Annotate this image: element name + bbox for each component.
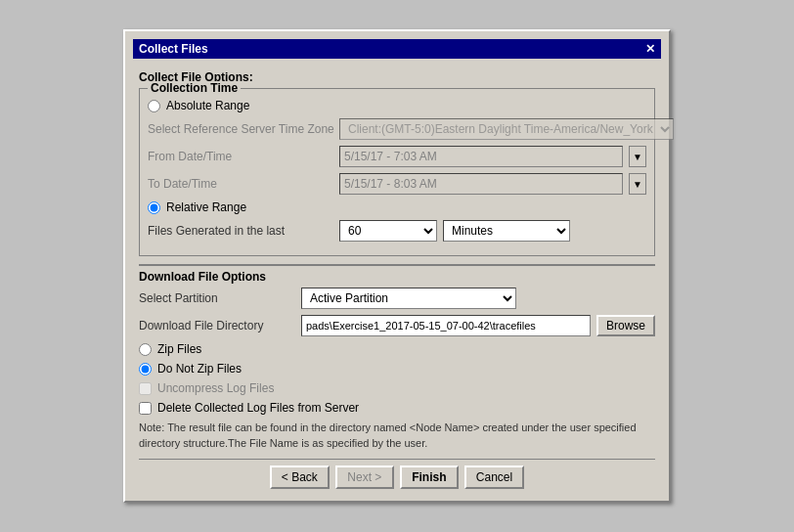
files-generated-label: Files Generated in the last (148, 224, 333, 238)
dialog-title-text: Collect Files (139, 42, 208, 56)
partition-label: Select Partition (139, 291, 295, 305)
from-datetime-label: From Date/Time (148, 150, 333, 163)
relative-range-row: Relative Range (148, 200, 646, 214)
from-datetime-input[interactable] (339, 146, 623, 167)
partition-row: Select Partition Active Partition Partit… (139, 288, 655, 309)
no-zip-row: Do Not Zip Files (139, 362, 655, 376)
to-datetime-input[interactable] (339, 173, 623, 195)
delete-checkbox[interactable] (139, 402, 152, 415)
download-dir-input[interactable] (301, 315, 591, 336)
from-datetime-row: From Date/Time ▼ (148, 146, 646, 167)
no-zip-label: Do Not Zip Files (157, 362, 242, 376)
relative-range-label: Relative Range (166, 200, 246, 214)
download-options-section: Download File Options Select Partition A… (139, 264, 655, 451)
zip-files-row: Zip Files (139, 342, 655, 356)
timezone-label: Select Reference Server Time Zone (148, 122, 333, 136)
download-dir-label: Download File Directory (139, 319, 295, 332)
absolute-range-row: Absolute Range (148, 99, 646, 112)
footer-buttons: < Back Next > Finish Cancel (139, 459, 655, 489)
browse-button[interactable]: Browse (596, 315, 655, 336)
absolute-range-label: Absolute Range (166, 99, 249, 112)
download-options-header: Download File Options (139, 270, 655, 284)
note-text: Note: The result file can be found in th… (139, 421, 655, 451)
no-zip-radio[interactable] (139, 363, 152, 376)
uncompress-label: Uncompress Log Files (157, 381, 274, 395)
cancel-button[interactable]: Cancel (464, 466, 524, 489)
uncompress-row: Uncompress Log Files (139, 381, 655, 395)
close-icon[interactable]: ✕ (645, 42, 655, 56)
to-datetime-label: To Date/Time (148, 177, 333, 191)
next-button[interactable]: Next > (335, 466, 394, 489)
partition-select[interactable]: Active Partition Partition 1 Partition 2 (301, 288, 516, 309)
absolute-range-radio[interactable] (148, 100, 160, 112)
finish-button[interactable]: Finish (400, 466, 459, 489)
files-generated-row: Files Generated in the last 60 Minutes H… (148, 220, 646, 242)
dialog-title-bar: Collect Files ✕ (133, 39, 661, 59)
time-unit-select[interactable]: Minutes Hours Days (443, 220, 570, 242)
timezone-row: Select Reference Server Time Zone Client… (148, 118, 646, 140)
download-dir-row: Download File Directory Browse (139, 315, 655, 336)
delete-label: Delete Collected Log Files from Server (157, 401, 359, 415)
from-datetime-dropdown-icon[interactable]: ▼ (629, 146, 646, 167)
uncompress-checkbox[interactable] (139, 382, 152, 395)
timezone-select[interactable]: Client:(GMT-5:0)Eastern Daylight Time-Am… (339, 118, 674, 140)
zip-files-label: Zip Files (157, 342, 201, 356)
zip-files-radio[interactable] (139, 343, 152, 356)
relative-range-radio[interactable] (148, 201, 160, 214)
delete-row: Delete Collected Log Files from Server (139, 401, 655, 415)
collection-time-label: Collection Time (148, 81, 241, 95)
to-datetime-row: To Date/Time ▼ (148, 173, 646, 195)
collect-files-dialog: Collect Files ✕ Collect File Options: Co… (123, 29, 671, 503)
files-generated-select[interactable]: 60 (339, 220, 437, 242)
back-button[interactable]: < Back (270, 466, 330, 489)
to-datetime-dropdown-icon[interactable]: ▼ (629, 173, 646, 195)
